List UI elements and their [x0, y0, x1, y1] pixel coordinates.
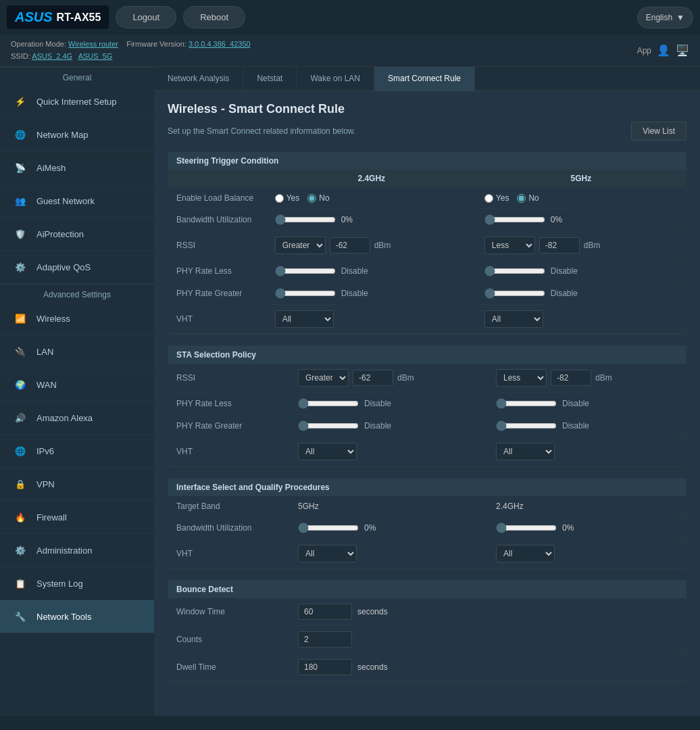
monitor-icon[interactable]: 🖥️	[676, 44, 689, 57]
tab-wake-on-lan[interactable]: Wake on LAN	[297, 67, 374, 90]
steering-phy-less-row: PHY Rate Less Disable Disable	[168, 260, 686, 283]
vht-24-select[interactable]: AllHT OnlyVHT Only	[275, 310, 334, 328]
sta-table: RSSI GreaterLess dBm	[168, 364, 686, 466]
phy-greater-24-slider[interactable]	[275, 288, 336, 299]
language-selector[interactable]: English ▼	[637, 7, 693, 28]
ssid-5[interactable]: ASUS_5G	[78, 52, 113, 60]
lb-24-no-radio[interactable]	[307, 194, 316, 203]
sidebar-item-firewall[interactable]: 🔥 Firewall	[0, 501, 154, 534]
interface-section-header: Interface Select and Qualify Procedures	[168, 479, 686, 496]
sta-rssi-5-value[interactable]	[551, 370, 591, 386]
app-label[interactable]: App	[637, 46, 651, 55]
ssid-24[interactable]: ASUS_2.4G	[32, 52, 72, 60]
sta-rssi-5-direction[interactable]: LessGreater	[496, 369, 547, 387]
sta-phy-greater-24-slider[interactable]	[298, 420, 359, 431]
int-vht-24-select[interactable]: AllHT OnlyVHT Only	[298, 545, 357, 562]
dwell-time-input[interactable]	[298, 659, 352, 675]
rssi-5-direction[interactable]: LessGreater	[484, 237, 535, 254]
sidebar-item-vpn[interactable]: 🔒 VPN	[0, 468, 154, 501]
phy-less-5-value: Disable	[551, 266, 578, 276]
sidebar-item-administration[interactable]: ⚙️ Administration	[0, 534, 154, 567]
window-time-input-row: seconds	[298, 604, 625, 620]
sta-rssi-24-unit: dBm	[397, 373, 414, 383]
firmware-value[interactable]: 3.0.0.4.386_42350	[189, 40, 251, 48]
load-balance-24-no[interactable]: No	[307, 193, 329, 203]
phy-greater-5-slider[interactable]	[484, 288, 545, 299]
sta-vht-24-select[interactable]: AllHT OnlyVHT Only	[298, 443, 357, 460]
sta-rssi-24-direction[interactable]: GreaterLess	[298, 369, 349, 387]
tab-netstat[interactable]: Netstat	[243, 67, 297, 90]
user-icon[interactable]: 👤	[657, 44, 670, 57]
sta-phy-greater-5-slider[interactable]	[496, 420, 557, 431]
vht-5-select[interactable]: AllHT OnlyVHT Only	[484, 310, 543, 328]
rssi-24-unit: dBm	[374, 241, 391, 250]
sta-phy-less-row: PHY Rate Less Disable Disable	[168, 393, 686, 415]
tab-bar: Network Analysis Netstat Wake on LAN Sma…	[154, 67, 700, 91]
globe-icon: 🌐	[11, 125, 30, 144]
rssi-24-direction[interactable]: GreaterLess	[275, 237, 326, 254]
lb-5-no-radio[interactable]	[517, 194, 526, 203]
sidebar-item-ipv6[interactable]: 🌐 IPv6	[0, 435, 154, 468]
steering-bw-util-5: 0%	[476, 209, 686, 231]
sta-vht-5: AllHT OnlyVHT Only	[488, 437, 686, 466]
sta-section: STA Selection Policy RSSI GreaterLess dB…	[168, 345, 686, 467]
load-balance-5-yes[interactable]: Yes	[484, 193, 509, 203]
general-section-label: General	[0, 67, 154, 85]
tab-network-analysis[interactable]: Network Analysis	[154, 67, 243, 90]
sidebar-item-quick-internet[interactable]: ⚡ Quick Internet Setup	[0, 85, 154, 118]
sidebar-item-wireless[interactable]: 📶 Wireless	[0, 302, 154, 335]
steering-phy-greater-label: PHY Rate Greater	[168, 283, 267, 305]
rssi-24-value[interactable]	[330, 237, 370, 253]
interface-bw-util-row: Bandwidth Utilization 0% 0%	[168, 517, 686, 539]
int-bw-util-5-slider[interactable]	[496, 522, 557, 533]
phy-less-24-slider[interactable]	[275, 266, 336, 276]
steering-bw-util-24: 0%	[267, 209, 476, 231]
sidebar-item-wan[interactable]: 🌍 WAN	[0, 368, 154, 402]
sidebar-item-aiprotection[interactable]: 🛡️ AiProtection	[0, 218, 154, 251]
sidebar-item-network-tools[interactable]: 🔧 Network Tools	[0, 600, 154, 633]
counts-input[interactable]	[298, 631, 352, 648]
lb-24-yes-radio[interactable]	[275, 194, 284, 203]
interface-bw-util-24: 0%	[290, 517, 488, 539]
sta-rssi-24-value[interactable]	[353, 370, 393, 386]
reboot-button[interactable]: Reboot	[183, 6, 245, 28]
brand-logo: ASUS	[15, 9, 53, 25]
sta-phy-less-24-slider[interactable]	[298, 398, 359, 409]
sidebar-item-adaptive-qos[interactable]: ⚙️ Adaptive QoS	[0, 251, 154, 284]
bw-util-5-slider[interactable]	[484, 214, 545, 225]
int-vht-5-select[interactable]: AllHT OnlyVHT Only	[496, 545, 555, 562]
int-bw-util-24-slider[interactable]	[298, 522, 359, 533]
sidebar-label-vpn: VPN	[36, 479, 55, 489]
load-balance-24-yes[interactable]: Yes	[275, 193, 300, 203]
lb-5-yes-radio[interactable]	[484, 194, 493, 203]
phy-less-24-container: Disable	[275, 266, 468, 276]
tab-smart-connect-rule[interactable]: Smart Connect Rule	[374, 67, 475, 91]
content-area: Network Analysis Netstat Wake on LAN Sma…	[154, 67, 700, 716]
phy-less-24-value: Disable	[341, 266, 368, 276]
sidebar-label-administration: Administration	[36, 545, 92, 556]
sidebar-item-lan[interactable]: 🔌 LAN	[0, 335, 154, 368]
band-header-row: 2.4GHz 5GHz	[168, 170, 686, 188]
qos-icon: ⚙️	[11, 258, 30, 276]
logout-button[interactable]: Logout	[116, 6, 176, 28]
op-mode-value[interactable]: Wireless router	[68, 40, 118, 48]
sidebar-item-guest-network[interactable]: 👥 Guest Network	[0, 185, 154, 218]
sidebar-item-network-map[interactable]: 🌐 Network Map	[0, 118, 154, 151]
sidebar-item-amazon-alexa[interactable]: 🔊 Amazon Alexa	[0, 402, 154, 435]
bw-util-24-slider[interactable]	[275, 214, 336, 225]
sta-vht-5-select[interactable]: AllHT OnlyVHT Only	[496, 443, 555, 460]
page-title: Wireless - Smart Connect Rule	[168, 102, 686, 116]
rssi-5-value[interactable]	[539, 237, 580, 253]
sta-phy-less-5-slider[interactable]	[496, 398, 557, 409]
load-balance-5-no[interactable]: No	[517, 193, 539, 203]
steering-vht-24: AllHT OnlyVHT Only	[267, 305, 476, 334]
sidebar-item-system-log[interactable]: 📋 System Log	[0, 567, 154, 600]
phy-less-5-slider[interactable]	[484, 266, 545, 276]
bounce-counts-row: Counts	[168, 626, 686, 654]
sta-rssi-row: RSSI GreaterLess dBm	[168, 364, 686, 393]
window-time-input[interactable]	[298, 604, 352, 620]
steering-phy-less-label: PHY Rate Less	[168, 260, 267, 283]
view-list-button[interactable]: View List	[631, 122, 686, 141]
steering-load-balance-24: Yes No	[267, 188, 476, 209]
sidebar-item-aimesh[interactable]: 📡 AiMesh	[0, 151, 154, 185]
